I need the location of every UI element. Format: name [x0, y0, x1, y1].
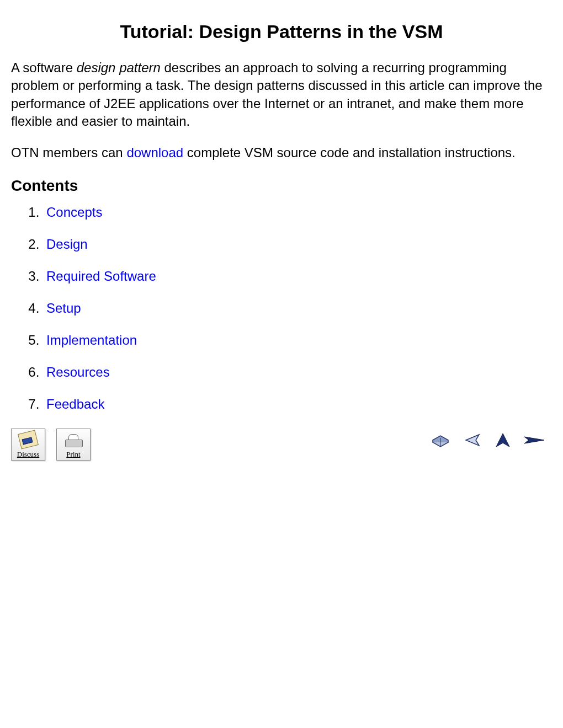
discuss-label: Discuss [17, 450, 39, 459]
toc-link-resources[interactable]: Resources [46, 365, 110, 379]
svg-marker-3 [496, 433, 509, 447]
discuss-icon [18, 430, 39, 449]
contents-list: Concepts Design Required Software Setup … [11, 205, 552, 412]
nav-icons [431, 429, 552, 448]
toc-link-feedback[interactable]: Feedback [46, 397, 104, 411]
list-item: Design [43, 237, 552, 252]
download-post: complete VSM source code and installatio… [183, 145, 516, 160]
contents-heading: Contents [11, 177, 552, 195]
list-item: Required Software [43, 269, 552, 284]
download-link[interactable]: download [126, 145, 183, 160]
toc-link-setup[interactable]: Setup [46, 301, 81, 315]
download-paragraph: OTN members can download complete VSM so… [11, 144, 552, 162]
list-item: Concepts [43, 205, 552, 220]
svg-marker-4 [524, 437, 544, 443]
discuss-button[interactable]: Discuss [11, 429, 45, 461]
prev-arrow-icon[interactable] [463, 432, 482, 448]
page-title: Tutorial: Design Patterns in the VSM [11, 21, 552, 42]
toc-link-concepts[interactable]: Concepts [46, 205, 102, 220]
svg-marker-2 [466, 435, 479, 446]
download-pre: OTN members can [11, 145, 126, 160]
list-item: Setup [43, 301, 552, 316]
printer-icon [65, 434, 82, 447]
up-arrow-icon[interactable] [495, 432, 511, 448]
toc-link-required-software[interactable]: Required Software [46, 269, 156, 283]
intro-text-em: design pattern [77, 60, 161, 75]
intro-text-pre: A software [11, 60, 77, 75]
print-label: Print [66, 450, 80, 459]
list-item: Resources [43, 365, 552, 380]
print-button[interactable]: Print [56, 429, 91, 461]
book-icon[interactable] [431, 432, 450, 448]
list-item: Feedback [43, 397, 552, 412]
intro-paragraph: A software design pattern describes an a… [11, 59, 552, 131]
action-buttons: Discuss Print [11, 429, 91, 461]
next-arrow-icon[interactable] [523, 433, 546, 447]
toc-link-implementation[interactable]: Implementation [46, 333, 137, 347]
toc-link-design[interactable]: Design [46, 237, 88, 251]
list-item: Implementation [43, 333, 552, 348]
